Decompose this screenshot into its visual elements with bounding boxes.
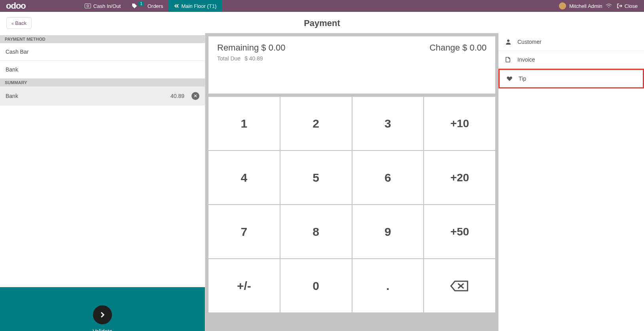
close-button[interactable]: Close [615, 0, 639, 12]
tag-icon [132, 3, 137, 9]
numkey-2[interactable]: 2 [280, 97, 352, 150]
orders-badge: 1 [138, 2, 144, 6]
cash-in-out-button[interactable]: Cash In/Out [79, 0, 126, 12]
payment-method-header: PAYMENT METHOD [0, 35, 205, 43]
svg-point-2 [608, 7, 609, 8]
back-button[interactable]: « Back [6, 17, 32, 29]
chevron-left-double-icon [174, 4, 179, 8]
numkey-7[interactable]: 7 [208, 205, 280, 258]
right-column: Customer Invoice Tip [498, 33, 644, 331]
total-due-value: $ 40.89 [244, 55, 263, 62]
remaining-value: $ 0.00 [261, 43, 285, 53]
change-label: Change [430, 43, 460, 53]
tip-button[interactable]: Tip [498, 69, 644, 88]
validate-circle [93, 305, 112, 324]
customer-label: Customer [517, 39, 542, 45]
page-title: Payment [0, 12, 644, 33]
topbar: odoo Cash In/Out 1 Orders Main Floor (T1… [0, 0, 644, 12]
signout-icon [617, 3, 622, 9]
numkey-1[interactable]: 1 [208, 97, 280, 150]
payment-method-bank[interactable]: Bank [0, 61, 205, 79]
summary-amount: 40.89 [170, 93, 184, 99]
remaining: Remaining $ 0.00 [217, 43, 285, 53]
close-label: Close [625, 3, 638, 9]
svg-point-3 [507, 39, 510, 42]
numkey-plus10[interactable]: +10 [424, 97, 495, 150]
change-value: $ 0.00 [462, 43, 487, 53]
user-label[interactable]: Mitchell Admin [569, 3, 602, 9]
center-column: Remaining $ 0.00 Change $ 0.00 Total Due… [205, 33, 498, 331]
file-icon [506, 57, 512, 62]
close-icon: ✕ [193, 93, 197, 99]
chevron-right-icon [99, 311, 106, 318]
user-icon [506, 39, 512, 45]
numkey-plus50[interactable]: +50 [424, 205, 495, 258]
numkey-4[interactable]: 4 [208, 151, 280, 204]
numkey-plus20[interactable]: +20 [424, 151, 495, 204]
validate-button[interactable]: Validate [0, 287, 205, 331]
back-label: Back [15, 20, 27, 26]
svg-point-1 [87, 5, 89, 7]
numkey-3[interactable]: 3 [352, 97, 424, 150]
wifi-icon [606, 4, 612, 8]
remaining-label: Remaining [217, 43, 259, 53]
topbar-right: Mitchell Admin Close [559, 0, 644, 12]
summary-row[interactable]: Bank 40.89 ✕ [0, 87, 205, 105]
orders-label: Orders [148, 3, 163, 9]
numpad: 1 2 3 +10 4 5 6 +20 7 8 9 +50 +/- 0 . [208, 97, 495, 312]
amount-panel: Remaining $ 0.00 Change $ 0.00 Total Due… [208, 36, 495, 94]
backspace-icon [450, 280, 469, 292]
svg-rect-0 [85, 4, 91, 8]
floor-button[interactable]: Main Floor (T1) [169, 0, 222, 12]
avatar[interactable] [559, 2, 566, 9]
validate-label: Validate [93, 328, 112, 331]
invoice-button[interactable]: Invoice [498, 51, 644, 69]
heart-icon [507, 76, 513, 81]
cash-icon [85, 4, 91, 8]
numkey-8[interactable]: 8 [280, 205, 352, 258]
invoice-label: Invoice [517, 56, 535, 63]
remove-payment-button[interactable]: ✕ [191, 92, 199, 100]
numkey-backspace[interactable] [424, 259, 495, 312]
numkey-plusminus[interactable]: +/- [208, 259, 280, 312]
logo: odoo [0, 1, 32, 11]
payment-method-cash-bar[interactable]: Cash Bar [0, 43, 205, 61]
left-column: « Back PAYMENT METHOD Cash Bar Bank SUMM… [0, 33, 205, 331]
summary-header: SUMMARY [0, 79, 205, 87]
numkey-5[interactable]: 5 [280, 151, 352, 204]
floor-label: Main Floor (T1) [181, 3, 216, 9]
numkey-0[interactable]: 0 [280, 259, 352, 312]
summary-name: Bank [6, 93, 170, 99]
numkey-9[interactable]: 9 [352, 205, 424, 258]
tip-label: Tip [519, 75, 526, 82]
orders-button[interactable]: 1 Orders [126, 0, 169, 12]
chevron-left-double-icon: « [11, 21, 14, 26]
change: Change $ 0.00 [430, 43, 487, 53]
total-due-label: Total Due [217, 55, 241, 62]
cash-in-out-label: Cash In/Out [93, 3, 121, 9]
customer-button[interactable]: Customer [498, 33, 644, 51]
numkey-6[interactable]: 6 [352, 151, 424, 204]
numkey-dot[interactable]: . [352, 259, 424, 312]
